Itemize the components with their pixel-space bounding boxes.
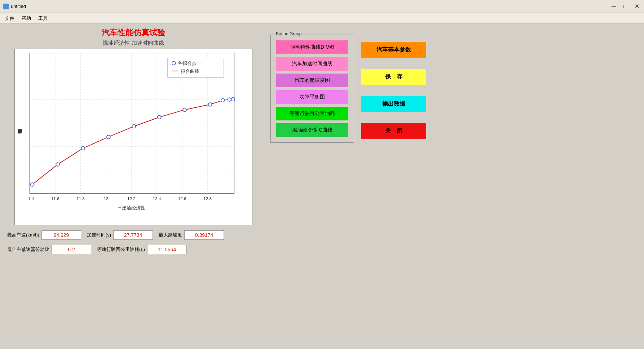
chart-title-main: 汽车性能仿真试验 — [102, 27, 165, 38]
svg-text:各拟合点: 各拟合点 — [178, 61, 197, 66]
svg-text:11.6: 11.6 — [51, 196, 59, 201]
btn-export[interactable]: 输出数据 — [361, 96, 426, 112]
svg-point-22 — [107, 135, 110, 139]
chart-container: 原地起步加速时间 — [14, 49, 252, 225]
value-max-speed: 94.929 — [41, 230, 81, 240]
label-max-grade: 最大爬坡度 — [159, 232, 182, 238]
btn-fuel-100km[interactable]: 等速行驶百公里油耗 — [276, 107, 348, 120]
svg-point-27 — [221, 98, 225, 102]
btn-power-balance[interactable]: 功率平衡图 — [276, 90, 348, 104]
btn-save[interactable]: 保 存 — [361, 69, 426, 85]
svg-text:拟合曲线: 拟合曲线 — [181, 69, 199, 74]
field-max-grade: 最大爬坡度 0.39174 — [159, 230, 224, 240]
svg-point-21 — [81, 146, 85, 150]
svg-point-19 — [31, 183, 34, 186]
svg-text:㎡燃油经济性: ㎡燃油经济性 — [117, 205, 145, 211]
btn-accel-curve[interactable]: 汽车加速时间曲线 — [276, 57, 348, 71]
minimize-button[interactable]: ─ — [609, 3, 618, 10]
button-group-legend: Button Group: — [274, 31, 304, 36]
chart-section: 汽车性能仿真试验 燃油经济性-加速时间曲线 原地起步加速时间 — [4, 27, 263, 345]
chart-svg: 11.4 11.6 11.8 12 12.2 12.4 12.6 12.8 24… — [29, 53, 246, 215]
btn-fuel-economy-c[interactable]: 燃油经济性-C曲线 — [276, 123, 348, 137]
window-title: untitled — [11, 4, 609, 9]
button-group-container: Button Group: 驱动特性曲线D-V图 汽车加速时间曲线 汽车的爬坡度… — [270, 35, 354, 143]
value-transmission-ratio: 6.2 — [52, 245, 91, 254]
svg-text:12.2: 12.2 — [127, 196, 136, 201]
action-buttons: 汽车基本参数 保 存 输出数据 关 闭 — [361, 42, 426, 139]
main-content: 汽车性能仿真试验 燃油经济性-加速时间曲线 原地起步加速时间 — [0, 24, 644, 349]
field-max-speed: 最高车速(km/h) 94.929 — [7, 230, 81, 240]
svg-text:11.8: 11.8 — [76, 196, 85, 201]
maximize-button[interactable]: □ — [621, 3, 630, 10]
btn-dv-chart[interactable]: 驱动特性曲线D-V图 — [276, 40, 348, 54]
controls-section: Button Group: 驱动特性曲线D-V图 汽车加速时间曲线 汽车的爬坡度… — [267, 27, 640, 345]
close-button[interactable]: ✕ — [632, 3, 641, 10]
svg-point-23 — [132, 125, 136, 128]
chart-title-sub: 燃油经济性-加速时间曲线 — [103, 40, 164, 47]
btn-close[interactable]: 关 闭 — [361, 123, 426, 139]
svg-text:12: 12 — [103, 196, 108, 201]
label-transmission-ratio: 最佳主减速器传动比 — [7, 246, 49, 253]
svg-point-26 — [208, 103, 212, 106]
field-transmission-ratio: 最佳主减速器传动比 6.2 — [7, 245, 91, 254]
field-fuel-consumption: 等速行驶百公里油耗(L) 11.5664 — [97, 245, 187, 254]
svg-point-24 — [158, 115, 161, 119]
menu-file[interactable]: 文件 — [1, 14, 18, 23]
svg-point-29 — [231, 97, 235, 101]
svg-point-25 — [183, 108, 186, 112]
value-fuel-consumption: 11.5664 — [147, 245, 187, 254]
svg-text:12.4: 12.4 — [153, 196, 161, 201]
data-fields: 最高车速(km/h) 94.929 加速时间(s) 27.7734 最大爬坡度 … — [4, 230, 263, 254]
title-bar: untitled ─ □ ✕ — [0, 0, 644, 13]
field-accel-time: 加速时间(s) 27.7734 — [87, 230, 153, 240]
menu-help[interactable]: 帮助 — [18, 14, 35, 23]
svg-text:12.8: 12.8 — [203, 196, 212, 201]
value-max-grade: 0.39174 — [184, 230, 224, 240]
svg-text:12.6: 12.6 — [178, 196, 186, 201]
btn-group-inner: 驱动特性曲线D-V图 汽车加速时间曲线 汽车的爬坡度图 功率平衡图 等速行驶百公… — [276, 40, 348, 137]
btn-car-params[interactable]: 汽车基本参数 — [361, 42, 426, 58]
menu-bar: 文件 帮助 工具 — [0, 13, 644, 24]
label-accel-time: 加速时间(s) — [87, 232, 111, 238]
svg-point-20 — [56, 163, 59, 166]
app-icon — [3, 4, 9, 9]
value-accel-time: 27.7734 — [113, 230, 153, 240]
label-fuel-consumption: 等速行驶百公里油耗(L) — [97, 246, 145, 253]
svg-point-28 — [228, 98, 231, 101]
window-controls: ─ □ ✕ — [609, 3, 641, 10]
svg-point-46 — [172, 61, 176, 65]
menu-tools[interactable]: 工具 — [35, 14, 51, 23]
svg-text:11.4: 11.4 — [29, 196, 34, 201]
label-max-speed: 最高车速(km/h) — [7, 232, 39, 238]
btn-grade-chart[interactable]: 汽车的爬坡度图 — [276, 74, 348, 87]
